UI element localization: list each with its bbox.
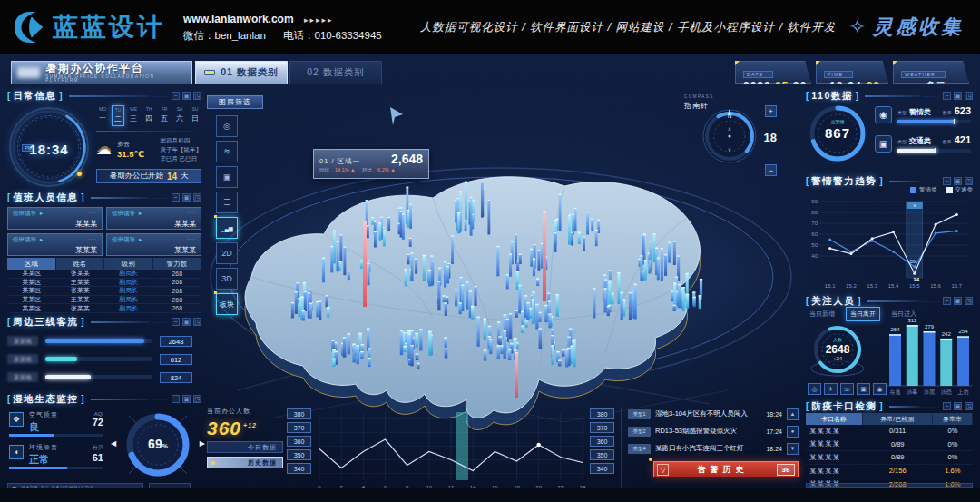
gauge-left-arrow[interactable]: ◀ bbox=[111, 439, 116, 448]
table-cell: 某某区 bbox=[7, 278, 56, 287]
layer-btn-location[interactable]: ◎ bbox=[216, 115, 238, 137]
vehicle-icon[interactable]: ✈ bbox=[824, 383, 838, 395]
alert-row[interactable]: 类型2RD13-53烟感报警疑似火灾17:24● bbox=[628, 424, 799, 438]
table-row[interactable]: 某某某某2/1561.6% bbox=[806, 465, 973, 478]
duty-leader-card[interactable]: 值班领导▸···某某某 bbox=[106, 207, 201, 230]
eye-icon[interactable]: ◉ bbox=[873, 383, 887, 395]
minimize-icon[interactable]: − bbox=[172, 318, 180, 326]
minimize-icon[interactable]: − bbox=[943, 297, 951, 305]
minimize-icon[interactable]: − bbox=[172, 92, 180, 100]
week-day[interactable]: FR五 bbox=[158, 105, 171, 126]
panel-title: 湿地生态监控 bbox=[13, 393, 78, 406]
checkpoint-col-header[interactable]: 卡口名称 bbox=[806, 413, 863, 425]
duty-leader-card[interactable]: 值班领导▸···某某某 bbox=[7, 207, 103, 230]
minimize-icon[interactable]: − bbox=[172, 193, 180, 202]
table-row[interactable]: 某某某某0/3110% bbox=[806, 425, 973, 438]
expand-icon[interactable]: ◳ bbox=[965, 92, 973, 100]
week-day[interactable]: TU二 bbox=[112, 105, 124, 126]
layer-btn-mode-3d[interactable]: 3D bbox=[216, 268, 238, 290]
layer-btn-mode-2d[interactable]: 2D bbox=[216, 242, 238, 264]
alert-row[interactable]: 类型4某路口有小汽车连闯三个红灯18:24▼ bbox=[628, 441, 799, 456]
tab-data-category-2[interactable]: 02 数据类别 bbox=[289, 61, 382, 84]
more-icon[interactable]: ··· bbox=[89, 236, 98, 244]
scroll-up-icon[interactable]: ▲ bbox=[787, 408, 799, 420]
more-icon[interactable]: ··· bbox=[188, 236, 197, 244]
duty-leader-card[interactable]: 值班领导▸···某某某 bbox=[7, 233, 103, 256]
minimize-icon[interactable]: − bbox=[943, 402, 951, 410]
pause-icon[interactable]: ● bbox=[787, 426, 799, 438]
week-day[interactable]: WE三 bbox=[127, 105, 140, 126]
table-row[interactable]: 某某区张某某副局长268 bbox=[7, 304, 201, 313]
expand-icon[interactable]: ◳ bbox=[193, 318, 201, 326]
minimize-icon[interactable]: − bbox=[943, 92, 951, 100]
id-icon[interactable]: ▣ bbox=[857, 383, 870, 395]
svg-text:15.3: 15.3 bbox=[867, 283, 877, 289]
inspiration-collect-link[interactable]: ✧ 灵感收集 bbox=[849, 14, 964, 41]
layer-btn-list[interactable]: ☰ bbox=[216, 192, 238, 213]
window-icon[interactable]: ▣ bbox=[954, 92, 962, 100]
duty-col-header[interactable]: 警力数 bbox=[153, 258, 202, 270]
flow-line-label: 某某线 bbox=[7, 336, 38, 346]
week-day[interactable]: SU日 bbox=[189, 105, 201, 126]
checkpoint-col-header[interactable]: 异常率 bbox=[933, 413, 973, 425]
layer-btn-camera[interactable]: ▣ bbox=[216, 166, 238, 188]
week-day[interactable]: SA六 bbox=[173, 105, 186, 126]
legend-item[interactable]: 交通类 bbox=[946, 186, 974, 194]
window-icon[interactable]: ▣ bbox=[954, 402, 962, 410]
layer-btn-blocks[interactable]: 板块 bbox=[216, 293, 238, 315]
summer-office-banner: 暑期办公已开始14天 bbox=[96, 169, 201, 183]
expand-icon[interactable]: ◳ bbox=[965, 402, 973, 410]
window-icon[interactable]: ▣ bbox=[182, 318, 191, 326]
circle-delta: +24 bbox=[809, 356, 866, 361]
person-icon[interactable]: ◎ bbox=[808, 383, 821, 395]
zoom-in-button[interactable]: + bbox=[765, 105, 777, 117]
focus-tab[interactable]: 当日新增 bbox=[806, 308, 838, 320]
circle-value: 2648 bbox=[809, 343, 866, 356]
gauge-right-arrow[interactable]: ▶ bbox=[200, 439, 205, 448]
table-row[interactable]: 某某某某0/890% bbox=[806, 438, 973, 452]
lanlan-logo[interactable]: 蓝蓝设计 bbox=[13, 10, 165, 44]
more-icon[interactable]: ··· bbox=[188, 210, 197, 218]
expand-icon[interactable]: ◳ bbox=[193, 395, 201, 403]
data110-row[interactable]: ◉类型警情类数量623 bbox=[875, 105, 971, 134]
scroll-down-icon[interactable]: ▼ bbox=[787, 443, 799, 455]
tab-data-category-1[interactable]: 01 数据类别 bbox=[195, 61, 288, 84]
zoom-out-button[interactable]: − bbox=[765, 164, 777, 176]
phone-icon[interactable]: ☏ bbox=[840, 383, 854, 395]
map-tooltip[interactable]: 01 / 区域一 2,648 同比14.1% ▲ 环比6.2% ▲ bbox=[313, 149, 429, 179]
duty-col-header[interactable]: 级别 bbox=[104, 258, 153, 270]
minimize-icon[interactable]: − bbox=[943, 177, 951, 185]
focus-tab[interactable]: 当日离开 bbox=[846, 307, 880, 321]
data110-row[interactable]: ▣类型交通类数量421 bbox=[875, 134, 971, 163]
expand-icon[interactable]: ◳ bbox=[193, 193, 201, 202]
window-icon[interactable]: ▣ bbox=[182, 395, 191, 403]
checkpoint-name: 某某某某 bbox=[806, 453, 863, 462]
alert-row[interactable]: 类型1湿地3-104片区有不明人员闯入18:24▲ bbox=[628, 407, 799, 421]
window-icon[interactable]: ▣ bbox=[954, 177, 962, 185]
table-row[interactable]: 某某某某0/890% bbox=[806, 451, 973, 465]
alert-history-button[interactable]: ▽ 告警历史 36 bbox=[653, 461, 799, 477]
website-link[interactable]: www.lanlanwork.com bbox=[183, 13, 294, 25]
humidity-gauge: 69% ◀ ▶ bbox=[120, 407, 196, 483]
expand-icon[interactable]: ◳ bbox=[193, 92, 201, 100]
duty-col-header[interactable]: 区域 bbox=[7, 258, 56, 270]
expand-icon[interactable]: ◳ bbox=[965, 297, 973, 305]
window-icon[interactable]: ▣ bbox=[182, 92, 191, 100]
legend-item[interactable]: 警情类 bbox=[910, 186, 937, 194]
compass-ring[interactable]: N ∧ ∨ bbox=[701, 107, 759, 165]
layer-btn-radar[interactable]: ≋ bbox=[216, 141, 238, 162]
history-data-button[interactable]: 历史数据 bbox=[207, 457, 283, 468]
duty-leader-card[interactable]: 值班领导▸···某某某 bbox=[106, 233, 201, 256]
checkpoint-col-header[interactable]: 异常/已检测 bbox=[863, 413, 933, 425]
window-icon[interactable]: ▣ bbox=[954, 297, 962, 305]
alert-text: 湿地3-104片区有不明人员闯入 bbox=[655, 409, 748, 418]
week-day[interactable]: MO一 bbox=[96, 105, 109, 126]
layer-btn-bar-chart[interactable]: ▁▄▆ bbox=[216, 217, 238, 239]
week-day[interactable]: TH四 bbox=[142, 105, 155, 126]
more-icon[interactable]: ··· bbox=[89, 210, 98, 218]
duty-col-header[interactable]: 姓名 bbox=[56, 258, 105, 270]
window-icon[interactable]: ▣ bbox=[182, 193, 191, 202]
today-data-button[interactable]: 今日数据 bbox=[207, 441, 283, 453]
minimize-icon[interactable]: − bbox=[172, 395, 180, 403]
expand-icon[interactable]: ◳ bbox=[965, 177, 973, 185]
